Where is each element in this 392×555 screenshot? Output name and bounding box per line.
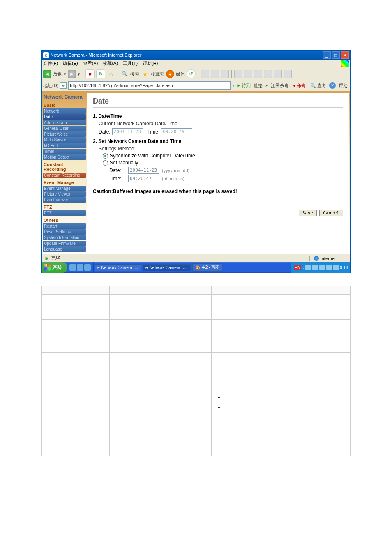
sidebar-item-network[interactable]: Network <box>43 108 86 114</box>
taskbar-item-1[interactable]: eNetwork Camera -... <box>95 264 141 271</box>
tray-lang-icon[interactable]: EN <box>294 265 301 270</box>
back-button[interactable]: ◄ <box>43 70 51 78</box>
toolbar-extra-3[interactable] <box>254 70 262 78</box>
menu-tools[interactable]: 工具(T) <box>123 60 138 67</box>
radio-sync-computer[interactable] <box>103 153 108 159</box>
main-panel: Date 1. Date/Time Current Network Camera… <box>87 93 349 254</box>
sidebar-item-picture-voice[interactable]: Picture/Voice <box>43 131 86 137</box>
address-input[interactable] <box>68 81 231 90</box>
toolbar-extra-6[interactable] <box>284 70 292 78</box>
forward-dropdown-icon[interactable]: ▾ <box>78 71 80 77</box>
sidebar-item-picture-viewer[interactable]: Picture Viewer <box>43 191 86 197</box>
history-button[interactable]: ↺ <box>187 69 196 78</box>
menu-help[interactable]: 帮助(H) <box>143 60 158 67</box>
tray-icon-3[interactable] <box>319 265 325 270</box>
sidebar-item-constant-recording[interactable]: Constant Recording <box>43 173 86 178</box>
current-date-label: Date: <box>99 129 111 135</box>
sidebar-item-language[interactable]: Language <box>43 246 86 252</box>
sidebar-item-timer[interactable]: Timer <box>43 149 86 154</box>
windows-logo-icon <box>44 264 51 271</box>
sidebar-item-system-information[interactable]: System Information <box>43 235 86 240</box>
search-icon[interactable]: 🔍 <box>120 70 129 78</box>
sidebar-item-restart[interactable]: Restart <box>43 223 86 229</box>
forward-button[interactable]: ► <box>68 70 76 78</box>
tray-arrow-icon[interactable]: ‹ <box>302 265 304 270</box>
docs-th-1 <box>42 286 110 295</box>
mail-icon[interactable] <box>201 70 209 78</box>
taskbar-item-2[interactable]: eNetwork Camera U... <box>143 264 191 271</box>
tray-icon-2[interactable] <box>312 265 318 270</box>
back-dropdown-icon[interactable]: ▾ <box>64 71 66 77</box>
current-time-field <box>161 128 192 135</box>
toolbar-extra-2[interactable] <box>244 70 252 78</box>
stop-button[interactable]: ✖ <box>85 69 95 78</box>
address-dropdown-icon[interactable]: ▾ <box>232 83 235 88</box>
radio-set-manually-label: Set Manually <box>110 160 138 166</box>
start-button[interactable]: 开始 <box>42 262 67 273</box>
edit-icon[interactable] <box>221 70 229 78</box>
favorites-icon[interactable]: ★ <box>141 70 149 78</box>
section-2-title: 2. Set Network Camera Date and Time <box>93 138 343 144</box>
links-chevron-icon: » <box>265 83 268 88</box>
toolbar-extra-1[interactable] <box>234 70 242 78</box>
manual-time-input[interactable] <box>128 175 159 182</box>
titlebar: e Network Camera - Microsoft Internet Ex… <box>42 51 350 60</box>
save-button[interactable]: Save <box>299 210 317 216</box>
taskbar-item-3[interactable]: 🎨4-2 - 画图 <box>192 263 222 272</box>
sidebar-item-io-port[interactable]: I/O Port <box>43 143 86 148</box>
ql-icon-1[interactable] <box>69 264 76 271</box>
menu-file[interactable]: 文件(F) <box>43 60 58 67</box>
tray-clock[interactable]: 9:18 <box>340 265 348 270</box>
maximize-button[interactable]: □ <box>332 51 340 59</box>
link-kill-virus[interactable]: ● 杀毒 <box>292 83 307 89</box>
sidebar-item-motion-detect[interactable]: Motion Detect <box>43 154 86 160</box>
toolbar-extra-4[interactable] <box>264 70 272 78</box>
links-label[interactable]: 链接 <box>252 83 264 89</box>
sidebar-title: Network Camera <box>43 93 86 101</box>
toolbar-extra-5[interactable] <box>274 70 282 78</box>
taskbar: 开始 eNetwork Camera -... eNetwork Camera … <box>42 262 350 273</box>
sidebar-item-multi-server[interactable]: Multi-Server <box>43 137 86 143</box>
tray-icon-5[interactable] <box>333 265 339 270</box>
sidebar-item-update-firmware[interactable]: Update Firmware <box>43 241 86 246</box>
sidebar-item-general-user[interactable]: General User <box>43 126 86 131</box>
ql-icon-2[interactable] <box>77 264 83 271</box>
back-label: 后退 <box>53 71 62 77</box>
link-jiangmin[interactable]: 江民杀毒 <box>270 83 290 89</box>
sidebar-item-reset-settings[interactable]: Reset Settings <box>43 229 86 235</box>
tray-icon-1[interactable] <box>305 265 311 270</box>
cancel-button[interactable]: Cancel <box>319 210 343 216</box>
home-button[interactable]: ⌂ <box>107 70 115 78</box>
link-scan-virus[interactable]: 🔍 查毒 <box>309 83 327 89</box>
zone-label: Internet <box>321 256 336 261</box>
print-icon[interactable] <box>211 70 219 78</box>
minimize-button[interactable]: _ <box>323 51 331 59</box>
page-title: Date <box>93 97 343 108</box>
manual-date-input[interactable] <box>128 167 159 174</box>
docs-table <box>41 286 351 456</box>
radio-set-manually[interactable] <box>103 160 108 166</box>
ql-icon-3[interactable] <box>84 264 91 271</box>
refresh-button[interactable]: ↻ <box>96 69 105 78</box>
menu-view[interactable]: 查看(V) <box>83 60 98 67</box>
done-icon: ◉ <box>44 256 50 261</box>
sidebar-item-date[interactable]: ▶Date <box>43 114 86 120</box>
ie-throbber-icon <box>341 60 349 67</box>
menu-favorites[interactable]: 收藏(A) <box>103 60 118 67</box>
sidebar-item-event-manage[interactable]: Event Manage <box>43 186 86 191</box>
sidebar-group-basic: Basic <box>43 101 86 108</box>
manual-date-label: Date: <box>109 168 126 173</box>
menu-edit[interactable]: 编辑(E) <box>63 60 78 67</box>
help-icon[interactable]: ? <box>329 82 336 89</box>
sidebar-item-event-viewer[interactable]: Event Viewer <box>43 197 86 203</box>
media-label: 媒体 <box>176 71 185 77</box>
current-time-label: Time: <box>148 129 160 135</box>
sidebar-item-administrator[interactable]: Administrator <box>43 120 86 125</box>
sidebar-group-constant-recording: Constant Recording <box>43 160 86 172</box>
manual-time-label: Time: <box>109 176 126 182</box>
go-button[interactable]: ► 转到 <box>236 83 251 89</box>
tray-icon-4[interactable] <box>326 265 332 270</box>
media-icon[interactable]: ● <box>166 70 174 78</box>
sidebar-item-ptz[interactable]: PTZ <box>43 210 86 216</box>
close-button[interactable]: ✕ <box>341 51 349 59</box>
